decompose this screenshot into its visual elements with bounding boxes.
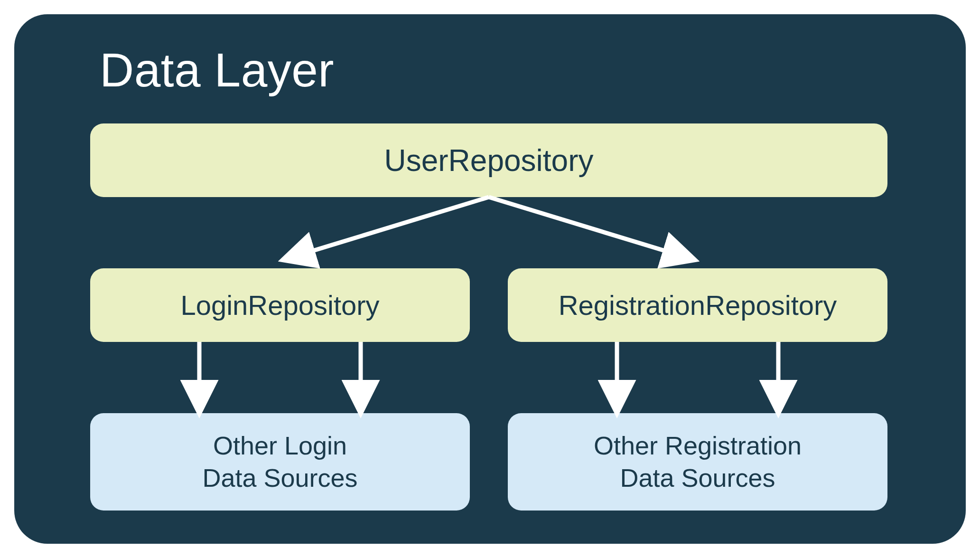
reg-ds-line2: Data Sources: [594, 462, 802, 494]
reg-ds-line1: Other Registration: [594, 430, 802, 462]
login-repository-box: LoginRepository: [90, 268, 470, 342]
registration-repository-box: RegistrationRepository: [508, 268, 887, 342]
registration-repository-label: RegistrationRepository: [559, 289, 837, 321]
arrow-user-to-login: [294, 197, 489, 256]
login-ds-line2: Data Sources: [202, 462, 357, 494]
user-repository-box: UserRepository: [90, 123, 887, 197]
user-repository-label: UserRepository: [384, 143, 593, 178]
panel-title: Data Layer: [100, 43, 334, 97]
data-layer-panel: Data Layer UserRepository LoginRepositor…: [14, 14, 966, 544]
login-repository-label: LoginRepository: [180, 289, 379, 321]
diagram-canvas: Data Layer UserRepository LoginRepositor…: [0, 0, 980, 558]
registration-datasources-box: Other Registration Data Sources: [508, 413, 887, 511]
login-ds-line1: Other Login: [202, 430, 357, 462]
login-datasources-box: Other Login Data Sources: [90, 413, 470, 511]
arrow-user-to-registration: [489, 197, 683, 256]
